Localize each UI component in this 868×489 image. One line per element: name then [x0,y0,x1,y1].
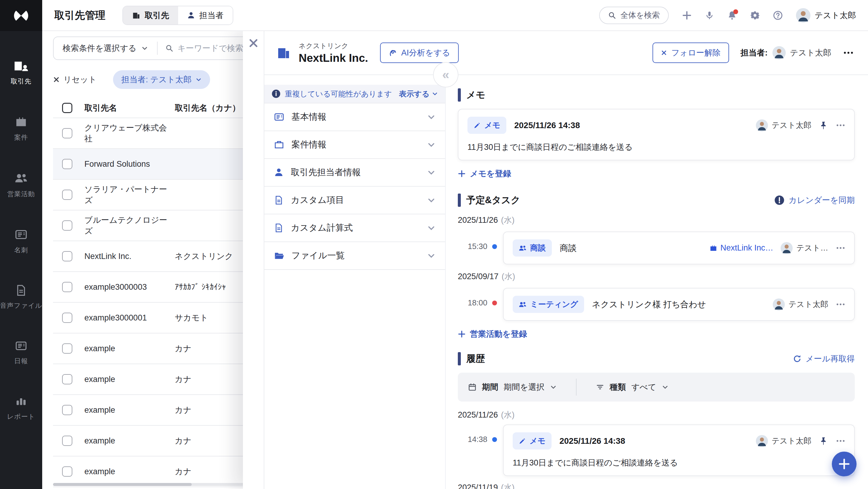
more-menu-icon[interactable] [836,247,845,249]
row-checkbox[interactable] [62,159,72,169]
duplicate-alert[interactable]: 重複している可能性があります 表示する [264,85,445,103]
entry-time: 14:38 [468,435,487,444]
tab-accounts[interactable]: 取引先 [123,6,178,24]
entry-author: テスト太郎 [756,435,811,447]
column-header-name[interactable]: 取引先名 [84,98,175,118]
sidebar-item-business-cards[interactable]: 名刺 [0,228,42,255]
event-title: ネクストリンク様 打ち合わせ [592,299,706,310]
accordion-contact-info[interactable]: 取引先担当者情報 [264,159,445,187]
memo-author: テスト太郎 [756,119,811,131]
row-checkbox[interactable] [62,405,72,415]
more-menu-icon[interactable] [836,439,845,442]
accordion-basic-info[interactable]: 基本情報 [264,103,445,131]
mic-icon[interactable] [705,11,714,20]
add-activity-button[interactable]: 営業活動を登録 [458,329,855,339]
settings-gear-icon[interactable] [750,10,760,20]
more-menu-icon[interactable] [836,124,845,127]
notifications-bell-icon[interactable] [727,10,737,20]
refresh-icon [793,355,801,363]
card-icon [274,112,284,122]
sidebar-item-reports[interactable]: レポート [0,395,42,421]
add-icon[interactable] [682,10,692,20]
history-section-title: 履歴 [466,353,485,365]
document-icon [274,223,284,233]
pin-icon[interactable] [819,121,828,130]
row-checkbox[interactable] [62,313,72,323]
sidebar-item-audio-files[interactable]: 音声ファイル [0,284,42,310]
briefcase-icon [15,116,27,128]
chevron-down-icon [141,45,148,52]
sidebar-item-sales-activity[interactable]: 営業活動 [0,172,42,199]
sidebar-item-daily-report[interactable]: 日報 [0,340,42,366]
event-card[interactable]: 商談 商談 NextLink Inc… [503,232,855,265]
chevron-down-icon [427,141,435,149]
condition-select[interactable]: 検索条件を選択する [54,43,157,54]
calendar-sync-link[interactable]: カレンダーを同期 [774,195,855,206]
account-link[interactable]: NextLink Inc… [710,243,773,253]
tab-contacts[interactable]: 担当者 [178,6,233,24]
chevron-down-icon [427,251,435,260]
row-checkbox[interactable] [62,466,72,477]
event-time: 15:30 [468,242,487,251]
show-duplicates-link[interactable]: 表示する [399,89,438,99]
history-filter-bar: 期間 期間を選択 種類 すべて [458,373,855,402]
row-checkbox[interactable] [62,128,72,139]
chevron-down-icon [427,224,435,232]
ai-analyze-button[interactable]: AI分析をする [380,42,458,63]
chevron-down-icon [427,196,435,205]
card-icon [15,228,27,241]
horizontal-scrollbar[interactable] [53,483,246,486]
accordion-custom-fields[interactable]: カスタム項目 [264,187,445,214]
section-bar [458,352,461,365]
select-all-checkbox[interactable] [62,103,72,113]
row-checkbox[interactable] [62,220,72,231]
section-bar [458,88,461,101]
user-menu[interactable]: テスト太郎 [796,8,856,23]
row-checkbox[interactable] [62,190,72,200]
unfollow-button[interactable]: フォロー解除 [652,42,729,63]
help-icon[interactable] [773,10,783,20]
row-checkbox[interactable] [62,374,72,385]
global-search[interactable]: 全体を検索 [599,7,669,24]
close-drawer-icon[interactable] [248,38,259,489]
folder-icon [274,250,284,261]
row-checkbox[interactable] [62,282,72,292]
period-filter[interactable]: 期間 期間を選択 [468,382,557,393]
chevron-down-icon [427,168,435,177]
app-logo[interactable] [0,0,42,31]
account-kana: ネクストリンク [299,41,368,51]
info-icon [272,89,281,98]
people-icon [14,172,28,185]
memo-section-title: メモ [466,89,485,101]
sidebar-item-accounts[interactable]: 取引先 [0,60,42,86]
history-memo-card[interactable]: メモ 2025/11/26 14:38 テスト太郎 [503,425,855,476]
row-checkbox[interactable] [62,436,72,446]
type-filter[interactable]: 種類 すべて [596,382,669,393]
drawer-header: ネクストリンク NextLink Inc. AI分析をする フォロー解除 担当者… [264,31,868,74]
report-book-icon [15,340,27,352]
row-checkbox[interactable] [62,251,72,262]
accordion-custom-formulas[interactable]: カスタム計算式 [264,214,445,242]
reset-filters-button[interactable]: リセット [53,74,97,85]
chevron-down-icon [662,384,669,390]
memo-card[interactable]: メモ 2025/11/26 14:38 テスト太郎 [458,109,855,160]
refetch-mail-link[interactable]: メール再取得 [793,353,855,364]
pin-icon[interactable] [819,436,828,446]
more-menu-icon[interactable] [843,51,854,54]
row-checkbox[interactable] [62,343,72,354]
account-info-panel: 重複している可能性があります 表示する 基本情報 案件情報 [264,75,446,489]
event-card[interactable]: ミーティング ネクストリンク様 打ち合わせ テスト太郎 [503,288,855,321]
more-menu-icon[interactable] [836,303,845,306]
chevron-down-icon [427,113,435,121]
sidebar-item-deals[interactable]: 案件 [0,116,42,142]
section-bar [458,193,461,207]
owner-filter-chip[interactable]: 担当者: テスト太郎 [113,70,210,89]
collapse-panel-button[interactable]: « [433,62,458,87]
add-memo-button[interactable]: メモを登録 [458,168,855,179]
view-tabs: 取引先 担当者 [122,6,233,25]
date-group-label: 2025/11/26(水) [458,215,855,225]
create-fab-button[interactable] [832,452,857,476]
accordion-deal-info[interactable]: 案件情報 [264,131,445,159]
date-group-label: 2025/09/17(水) [458,271,855,282]
accordion-file-list[interactable]: ファイル一覧 [264,242,445,270]
